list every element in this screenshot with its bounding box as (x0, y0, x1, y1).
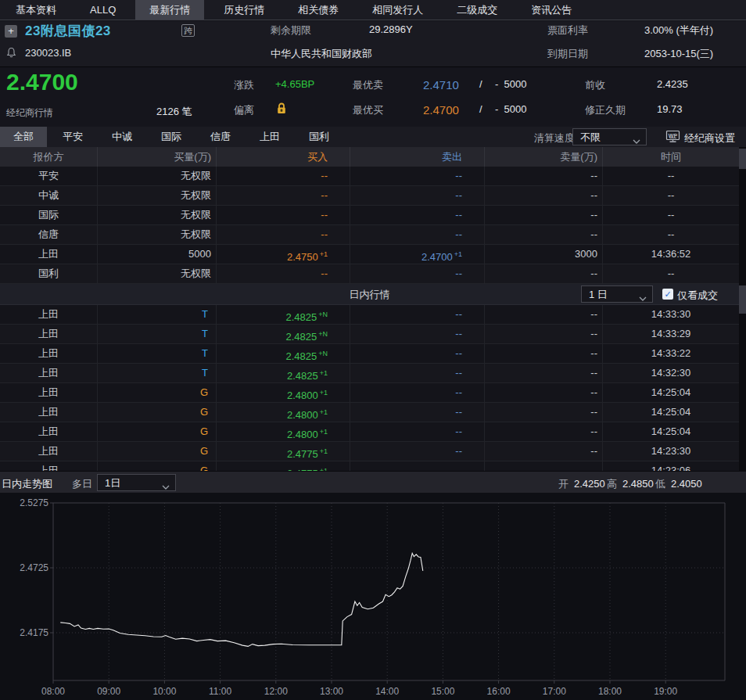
ask-price-cell: -- (350, 206, 485, 224)
best-ask-separator: / (479, 78, 482, 90)
bid-volume-cell: 无权限 (98, 186, 217, 205)
intraday-chart-tab[interactable]: 日内走势图 (2, 477, 52, 491)
quote-scrollbar-thumb[interactable] (739, 149, 746, 169)
broker-tab-信唐[interactable]: 信唐 (197, 127, 244, 147)
ask-cell: -- (350, 344, 485, 363)
broker-tab-全部[interactable]: 全部 (0, 127, 47, 147)
broker-filter-bar: 全部平安中诚国际信唐上田国利 清算速度 不限 WP 经纪商设置 (0, 127, 746, 147)
intraday-row[interactable]: 上田G2.4800+1----14:25:04 (0, 383, 739, 403)
lock-icon (275, 102, 288, 118)
ask-volume-cell: 3000 (485, 245, 603, 264)
chart-period-dropdown[interactable]: 1日 (97, 474, 176, 491)
broker-cell: 上田 (0, 461, 98, 471)
trade-type-cell: T (98, 364, 217, 382)
intraday-row[interactable]: 上田G2.4775+1----14:23:30 (0, 442, 739, 461)
maturity-date-value: 2053-10-15(三) (644, 47, 713, 61)
multi-day-tab[interactable]: 多日 (72, 477, 92, 491)
intraday-row[interactable]: 上田G2.4800+1----14:25:04 (0, 403, 739, 422)
intraday-price-chart: 2.52752.47252.417508:0009:0010:0011:0012… (0, 493, 746, 700)
nav-tab-基本资料[interactable]: 基本资料 (2, 0, 70, 20)
nav-tab-历史行情[interactable]: 历史行情 (210, 0, 278, 20)
nav-tab-相同发行人[interactable]: 相同发行人 (358, 0, 437, 20)
intraday-period-dropdown[interactable]: 1 日 (581, 285, 653, 303)
nav-tab-最新行情[interactable]: 最新行情 (135, 0, 204, 20)
nav-tab-资讯公告[interactable]: 资讯公告 (517, 0, 586, 20)
modified-duration-value: 19.73 (657, 103, 683, 115)
price-line-series (60, 553, 423, 646)
quote-row[interactable]: 中诚无权限-------- (0, 186, 739, 206)
price-panel: 2.4700 经纪商行情 2126 笔 涨跌 +4.65BP 偏离 最优卖 2.… (0, 66, 746, 127)
bid-volume-cell: 无权限 (98, 225, 217, 244)
intraday-row[interactable]: 上田G2.4800+1----14:25:04 (0, 422, 739, 442)
y-tick-label: 2.4725 (20, 562, 48, 573)
change-value: +4.65BP (275, 78, 314, 90)
broker-cell: 上田 (0, 442, 98, 461)
alert-bell-icon[interactable] (5, 47, 17, 62)
quote-source-label: 经纪商行情 (6, 106, 53, 120)
ask-cell: -- (350, 403, 485, 422)
nav-tab-ALLQ[interactable]: ALLQ (76, 0, 130, 20)
broker-tab-国际[interactable]: 国际 (148, 127, 195, 147)
intraday-row[interactable]: 上田T2.4825+N----14:33:22 (0, 344, 739, 364)
quote-row[interactable]: 国际无权限-------- (0, 206, 739, 225)
bond-name: 23附息国债23 (25, 22, 111, 40)
broker-monitor-icon[interactable]: WP (665, 130, 680, 146)
broker-cell: 国利 (0, 264, 98, 283)
clearing-speed-dropdown[interactable]: 不限 (572, 128, 647, 145)
best-bid-separator: / (479, 103, 482, 115)
trade-type-cell: T (98, 344, 217, 363)
col-header-4: 卖出 (350, 147, 485, 167)
bond-terminal-window: 基本资料ALLQ最新行情历史行情相关债券相同发行人二级成交资讯公告 + 23附息… (0, 0, 746, 700)
open-stat: 开2.4250 (558, 477, 605, 491)
quote-row[interactable]: 上田50002.4750+12.4700+1300014:36:52 (0, 245, 739, 264)
nav-tab-二级成交[interactable]: 二级成交 (443, 0, 511, 20)
trades-only-checkbox[interactable]: ✓ (662, 289, 673, 300)
broker-tab-国利[interactable]: 国利 (296, 127, 343, 147)
ask-price-cell: -- (350, 225, 485, 244)
broker-settings-button[interactable]: 经纪商设置 (684, 131, 735, 145)
quote-row[interactable]: 信唐无权限-------- (0, 225, 739, 245)
bid-volume-cell: 5000 (98, 245, 217, 264)
trade-type-cell: T (98, 325, 217, 343)
time-cell: 14:33:29 (603, 325, 739, 343)
low-stat: 低2.4050 (655, 477, 702, 491)
x-tick-label: 08:00 (41, 686, 65, 697)
cross-market-badge: 跨 (181, 24, 195, 37)
intraday-row[interactable]: 上田G2.4775+1----14:23:06 (0, 461, 739, 471)
intraday-row[interactable]: 上田T2.4825+N----14:33:30 (0, 305, 739, 325)
price-sup: +1 (320, 447, 328, 455)
price-sup: +N (318, 311, 328, 318)
x-tick-label: 15:00 (431, 686, 454, 697)
broker-tab-上田[interactable]: 上田 (246, 127, 293, 147)
x-tick-label: 12:00 (264, 686, 288, 697)
bid-price-cell: -- (217, 206, 350, 224)
trade-price-cell: 2.4775+1 (217, 442, 350, 461)
time-cell: 14:25:04 (603, 383, 739, 402)
broker-cell: 上田 (0, 422, 98, 441)
broker-tab-中诚[interactable]: 中诚 (99, 127, 145, 147)
ask-cell: -- (350, 422, 485, 441)
price-sup: +1 (320, 428, 328, 436)
col-header-3: 买入 (217, 147, 350, 167)
ask-volume-cell: -- (485, 442, 603, 461)
trade-type-cell: G (98, 383, 217, 402)
ask-cell: -- (350, 305, 485, 324)
quote-row[interactable]: 平安无权限-------- (0, 167, 739, 186)
broker-tab-平安[interactable]: 平安 (49, 127, 96, 147)
broker-cell: 中诚 (0, 186, 98, 205)
time-cell: 14:25:04 (603, 422, 739, 441)
add-watch-button[interactable]: + (5, 25, 17, 38)
clearing-speed-label: 清算速度 (534, 131, 575, 145)
intraday-row[interactable]: 上田T2.4825+N----14:33:29 (0, 325, 739, 344)
quote-row[interactable]: 国利无权限-------- (0, 264, 739, 284)
trade-type-cell: G (98, 442, 217, 461)
broker-cell: 上田 (0, 383, 98, 402)
trade-price-cell: 2.4800+1 (217, 422, 350, 441)
intraday-row[interactable]: 上田T2.4825+1----14:32:30 (0, 364, 739, 383)
intraday-scrollbar-thumb[interactable] (739, 285, 746, 314)
x-tick-label: 17:00 (543, 686, 566, 697)
price-sup: +N (318, 350, 328, 357)
nav-tab-相关债券[interactable]: 相关债券 (284, 0, 353, 20)
high-stat: 高2.4850 (607, 477, 654, 491)
broker-cell: 上田 (0, 344, 98, 363)
